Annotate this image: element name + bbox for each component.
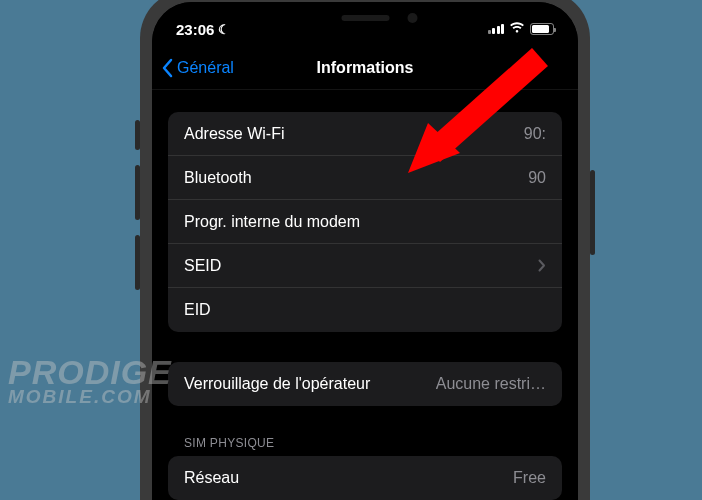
row-label: Bluetooth bbox=[184, 169, 252, 187]
mute-switch bbox=[135, 120, 140, 150]
cellular-signal-icon bbox=[488, 24, 505, 34]
back-label: Général bbox=[177, 59, 234, 77]
section-header-sim: SIM PHYSIQUE bbox=[152, 436, 578, 456]
navigation-bar: Général Informations bbox=[152, 46, 578, 90]
row-eid[interactable]: EID bbox=[168, 288, 562, 332]
power-button bbox=[590, 170, 595, 255]
row-label: SEID bbox=[184, 257, 221, 275]
row-wifi-address[interactable]: Adresse Wi-Fi 90: bbox=[168, 112, 562, 156]
volume-up-button bbox=[135, 165, 140, 220]
row-carrier-lock[interactable]: Verrouillage de l'opérateur Aucune restr… bbox=[168, 362, 562, 406]
row-modem-firmware[interactable]: Progr. interne du modem bbox=[168, 200, 562, 244]
row-label: Progr. interne du modem bbox=[184, 213, 360, 231]
page-title: Informations bbox=[317, 59, 414, 77]
speaker bbox=[341, 15, 389, 21]
front-camera bbox=[408, 13, 418, 23]
row-value: 90: bbox=[524, 125, 546, 143]
chevron-right-icon bbox=[538, 259, 546, 272]
row-value: 90 bbox=[528, 169, 546, 187]
info-group-2: Verrouillage de l'opérateur Aucune restr… bbox=[168, 362, 562, 406]
volume-down-button bbox=[135, 235, 140, 290]
wifi-icon bbox=[509, 20, 525, 38]
row-network[interactable]: Réseau Free bbox=[168, 456, 562, 500]
clock: 23:06 bbox=[176, 21, 214, 38]
row-value: Free bbox=[513, 469, 546, 487]
row-label: Verrouillage de l'opérateur bbox=[184, 375, 370, 393]
row-bluetooth[interactable]: Bluetooth 90 bbox=[168, 156, 562, 200]
row-label: Adresse Wi-Fi bbox=[184, 125, 284, 143]
back-button[interactable]: Général bbox=[152, 58, 234, 78]
row-value: Aucune restri… bbox=[436, 375, 546, 393]
row-label: Réseau bbox=[184, 469, 239, 487]
row-label: EID bbox=[184, 301, 211, 319]
phone-frame: 23:06 ☾ bbox=[140, 0, 590, 500]
row-seid[interactable]: SEID bbox=[168, 244, 562, 288]
notch bbox=[273, 2, 458, 34]
battery-icon bbox=[530, 23, 554, 35]
info-group-1: Adresse Wi-Fi 90: Bluetooth 90 Progr. in… bbox=[168, 112, 562, 332]
screen: 23:06 ☾ bbox=[152, 2, 578, 500]
info-group-3: Réseau Free bbox=[168, 456, 562, 500]
chevron-left-icon bbox=[162, 58, 174, 78]
do-not-disturb-icon: ☾ bbox=[218, 22, 230, 37]
